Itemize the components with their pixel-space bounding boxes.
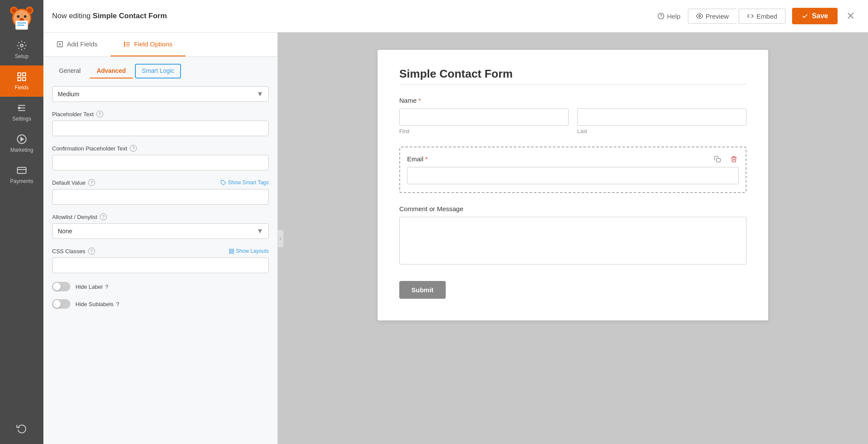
form-preview-title: Simple Contact Form — [399, 67, 746, 81]
panel-collapse-handle[interactable]: ‹ — [277, 230, 283, 247]
topbar: Now editing Simple Contact Form Help Pre… — [43, 0, 868, 33]
sidebar-item-fields-label: Fields — [15, 85, 29, 91]
allowlist-select[interactable]: None Allowlist Denylist — [52, 223, 269, 239]
svg-rect-15 — [18, 78, 21, 81]
email-delete-button[interactable] — [727, 153, 740, 166]
svg-point-35 — [124, 44, 125, 45]
sub-tab-general[interactable]: General — [52, 64, 88, 78]
confirm-placeholder-group: Confirmation Placeholder Text ? — [52, 145, 269, 170]
submit-button-preview[interactable]: Submit — [399, 281, 446, 299]
history-icon — [16, 423, 27, 434]
confirm-placeholder-input[interactable] — [52, 155, 269, 170]
name-last-input[interactable] — [577, 108, 746, 126]
message-field-label: Comment or Message — [399, 205, 746, 212]
marketing-icon — [16, 134, 27, 144]
topbar-title: Now editing Simple Contact Form — [52, 12, 646, 20]
name-field-label: Name * — [399, 97, 746, 104]
name-last-field: Last — [577, 108, 746, 134]
hide-sublabels-toggle[interactable] — [52, 299, 70, 309]
topbar-actions: Help Preview Embed Save ✕ — [652, 8, 859, 24]
sub-tab-advanced[interactable]: Advanced — [90, 64, 133, 78]
sidebar-item-fields[interactable]: Fields — [0, 65, 43, 97]
panel-tabs: Add Fields Field Options — [43, 33, 277, 57]
copy-icon — [714, 156, 721, 163]
sidebar-item-settings-label: Settings — [12, 116, 31, 122]
placeholder-text-input[interactable] — [52, 121, 269, 136]
hide-label-toggle[interactable] — [52, 282, 70, 291]
svg-point-3 — [12, 8, 16, 13]
sidebar-item-setup-label: Setup — [15, 53, 28, 59]
form-preview: Simple Contact Form Name * First — [278, 33, 868, 444]
css-classes-label: CSS Classes ? Show Layouts — [52, 248, 269, 255]
show-layouts-link[interactable]: Show Layouts — [229, 248, 269, 254]
default-value-label: Default Value ? Show Smart Tags — [52, 179, 269, 186]
default-value-input[interactable] — [52, 189, 269, 205]
close-button[interactable]: ✕ — [842, 8, 859, 24]
sidebar-item-setup[interactable]: Setup — [0, 34, 43, 65]
fields-icon — [16, 72, 27, 82]
svg-point-12 — [20, 44, 23, 47]
topbar-prefix: Now editing — [52, 12, 91, 20]
tab-add-fields[interactable]: Add Fields — [43, 33, 111, 56]
panel: Add Fields Field Options General Advance… — [43, 33, 278, 444]
topbar-form-name: Simple Contact Form — [93, 12, 167, 20]
css-classes-help-icon[interactable]: ? — [88, 248, 95, 255]
email-copy-button[interactable] — [711, 153, 724, 166]
allowlist-help-icon[interactable]: ? — [100, 213, 107, 220]
svg-point-36 — [124, 46, 125, 46]
name-first-field: First — [399, 108, 569, 134]
svg-point-20 — [18, 107, 20, 109]
email-required-star: * — [425, 155, 428, 163]
sidebar: Setup Fields Settings Marketing Payments — [0, 0, 43, 444]
sidebar-item-marketing[interactable]: Marketing — [0, 128, 43, 159]
default-value-group: Default Value ? Show Smart Tags — [52, 179, 269, 205]
form-divider — [399, 84, 746, 85]
eye-icon — [696, 13, 703, 20]
message-field-group: Comment or Message — [399, 205, 746, 264]
settings-icon — [16, 103, 27, 113]
layout-icon — [229, 248, 234, 254]
hide-sublabels-help-icon[interactable]: ? — [116, 301, 119, 307]
name-required-star: * — [418, 97, 421, 104]
code-icon — [747, 13, 754, 20]
name-first-sublabel: First — [399, 128, 569, 134]
svg-rect-16 — [23, 78, 26, 81]
svg-point-4 — [27, 8, 32, 13]
css-classes-input[interactable] — [52, 258, 269, 273]
hide-label-help-icon[interactable]: ? — [105, 284, 108, 290]
sidebar-logo[interactable] — [9, 4, 35, 34]
size-select[interactable]: Small Medium Large — [52, 86, 269, 102]
svg-point-34 — [124, 42, 125, 43]
tag-icon — [220, 180, 226, 186]
email-field-actions — [711, 153, 740, 166]
placeholder-text-label: Placeholder Text ? — [52, 111, 269, 118]
svg-rect-39 — [232, 249, 233, 251]
sidebar-item-settings[interactable]: Settings — [0, 97, 43, 128]
sidebar-item-history[interactable] — [0, 417, 43, 440]
tab-field-options[interactable]: Field Options — [111, 33, 185, 56]
sidebar-item-payments[interactable]: Payments — [0, 159, 43, 190]
form-card: Simple Contact Form Name * First — [378, 50, 768, 320]
hide-label-label: Hide Label ? — [76, 284, 108, 290]
svg-rect-40 — [229, 251, 231, 253]
save-button[interactable]: Save — [792, 8, 838, 24]
allowlist-label: Allowlist / Denylist ? — [52, 213, 269, 220]
check-icon — [802, 13, 809, 20]
confirm-placeholder-help-icon[interactable]: ? — [130, 145, 137, 152]
name-last-sublabel: Last — [577, 128, 746, 134]
default-value-help-icon[interactable]: ? — [88, 179, 95, 186]
sub-tab-smart-logic[interactable]: Smart Logic — [135, 64, 181, 78]
placeholder-text-help-icon[interactable]: ? — [96, 111, 103, 118]
preview-button[interactable]: Preview — [688, 9, 736, 24]
name-first-input[interactable] — [399, 108, 569, 126]
help-button[interactable]: Help — [652, 9, 686, 23]
show-smart-tags-link[interactable]: Show Smart Tags — [220, 180, 269, 186]
email-input-preview — [407, 167, 739, 184]
sidebar-item-marketing-label: Marketing — [10, 147, 33, 153]
svg-rect-41 — [232, 251, 233, 253]
svg-point-6 — [17, 15, 20, 18]
svg-rect-13 — [18, 73, 21, 76]
embed-button[interactable]: Embed — [739, 9, 786, 24]
size-group: Small Medium Large ▼ — [52, 86, 269, 102]
email-field-wrapper[interactable]: Email * — [399, 147, 746, 193]
